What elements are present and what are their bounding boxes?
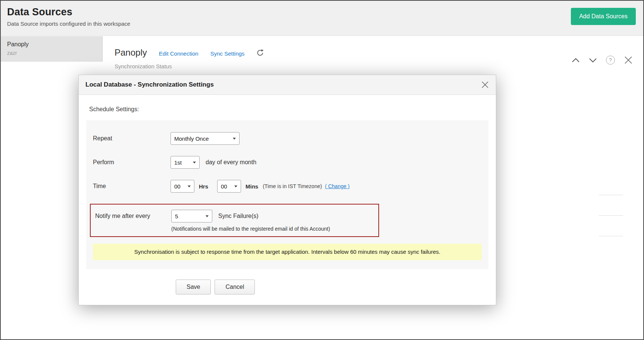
- close-icon[interactable]: [624, 56, 633, 65]
- notify-count-value: 5: [175, 213, 178, 219]
- add-data-sources-button[interactable]: Add Data Sources: [571, 8, 636, 25]
- notify-label: Notify me after every: [91, 213, 171, 219]
- perform-suffix: day of every month: [206, 159, 256, 166]
- sync-settings-link[interactable]: Sync Settings: [210, 50, 245, 57]
- notify-suffix: Sync Failure(s): [218, 213, 259, 219]
- caret-icon: [193, 162, 196, 163]
- sync-settings-modal: Local Database - Synchronization Setting…: [78, 75, 496, 305]
- save-button[interactable]: Save: [176, 280, 211, 294]
- caret-icon: [206, 215, 209, 217]
- caret-icon: [233, 138, 236, 140]
- time-label: Time: [93, 183, 171, 190]
- modal-body: Schedule Settings: Repeat Monthly Once P…: [79, 95, 496, 305]
- perform-row: Perform 1st day of every month: [93, 156, 482, 169]
- sidebar-item-name: Panoply: [7, 41, 96, 48]
- time-minutes-select[interactable]: 00: [217, 180, 241, 193]
- page-title: Data Sources: [7, 6, 643, 18]
- notify-count-select[interactable]: 5: [171, 210, 212, 222]
- edit-connection-link[interactable]: Edit Connection: [159, 50, 198, 57]
- time-minutes-value: 00: [221, 183, 227, 190]
- timezone-note: (Time is in IST Timezone): [263, 183, 322, 189]
- time-hours-value: 00: [174, 183, 181, 190]
- refresh-icon[interactable]: [256, 49, 264, 57]
- sync-status-label: Synchronization Status: [115, 63, 643, 69]
- repeat-select[interactable]: Monthly Once: [171, 132, 240, 145]
- modal-header: Local Database - Synchronization Setting…: [79, 75, 496, 95]
- sync-warning-message: Synchronisation is subject to response t…: [93, 244, 482, 260]
- caret-icon: [188, 185, 191, 187]
- background-table-divider: [599, 215, 623, 216]
- hrs-label: Hrs: [199, 183, 208, 190]
- notify-note: (Notifications will be mailed to the reg…: [171, 226, 378, 232]
- chevron-up-icon[interactable]: [572, 58, 580, 63]
- app-window: Data Sources Data Source imports configu…: [0, 0, 644, 340]
- notify-highlight-box: Notify me after every 5 Sync Failure(s) …: [90, 204, 379, 237]
- perform-label: Perform: [93, 159, 171, 166]
- mins-label: Mins: [246, 183, 258, 190]
- datasource-title: Panoply: [115, 47, 147, 58]
- schedule-form-panel: Repeat Monthly Once Perform 1st day of e…: [86, 120, 488, 269]
- cancel-button[interactable]: Cancel: [215, 280, 255, 294]
- chevron-down-icon[interactable]: [589, 58, 597, 63]
- caret-icon: [234, 185, 237, 187]
- modal-close-icon[interactable]: [481, 81, 489, 89]
- repeat-row: Repeat Monthly Once: [93, 132, 482, 145]
- repeat-label: Repeat: [93, 135, 171, 142]
- sidebar-item-panoply[interactable]: Panoply zazr: [1, 36, 103, 62]
- time-hours-select[interactable]: 00: [171, 180, 194, 193]
- help-icon[interactable]: ?: [606, 56, 615, 65]
- perform-day-select[interactable]: 1st: [171, 156, 200, 169]
- timezone-change-link[interactable]: ( Change ): [325, 183, 350, 189]
- notify-row: Notify me after every 5 Sync Failure(s): [91, 210, 378, 222]
- time-row: Time 00 Hrs 00 Mins (Time is in IST Time…: [93, 180, 482, 193]
- schedule-settings-label: Schedule Settings:: [89, 106, 488, 113]
- sidebar-item-subtitle: zazr: [7, 50, 96, 56]
- page-subtitle: Data Source imports configured in this w…: [7, 21, 643, 27]
- modal-button-row: Save Cancel: [86, 280, 488, 294]
- perform-day-value: 1st: [174, 159, 182, 166]
- repeat-select-value: Monthly Once: [174, 135, 209, 142]
- background-table-divider: [599, 195, 623, 195]
- background-table-divider: [599, 236, 623, 236]
- page-header: Data Sources Data Source imports configu…: [1, 1, 643, 36]
- modal-title: Local Database - Synchronization Setting…: [85, 81, 214, 88]
